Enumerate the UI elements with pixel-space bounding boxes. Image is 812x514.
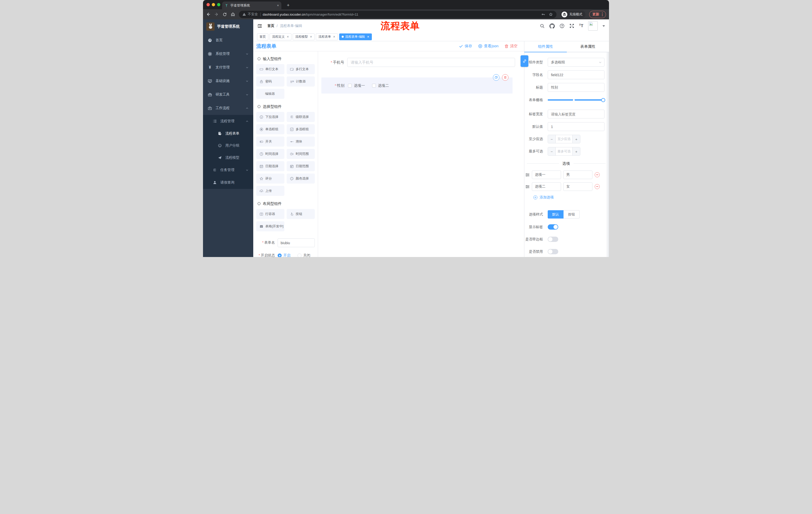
back-icon[interactable] xyxy=(206,12,210,17)
component-chip-date-picker[interactable]: 日期选择 xyxy=(256,161,284,171)
forward-icon[interactable] xyxy=(214,12,219,17)
gender-checkbox-option2[interactable]: 选项二 xyxy=(372,83,389,88)
option-name-input[interactable] xyxy=(532,170,561,179)
stepper-increase-button[interactable]: + xyxy=(572,135,580,143)
component-chip-radio-group[interactable]: 单选框组 xyxy=(256,124,284,134)
phone-field-input[interactable]: 请输入手机号 xyxy=(347,58,515,67)
component-chip-checkbox-group[interactable]: 多选框组 xyxy=(287,124,315,134)
status-radio-on[interactable]: 开启 xyxy=(278,253,290,257)
avatar-dropdown-caret[interactable] xyxy=(603,25,605,28)
form-name-input[interactable] xyxy=(278,238,315,247)
tag-home[interactable]: 首页 xyxy=(257,33,268,40)
component-chip-table[interactable]: 表格[开发中] xyxy=(256,221,284,231)
remove-option-button[interactable] xyxy=(595,172,600,177)
sidebar-item-process-mgmt[interactable]: 流程管理 xyxy=(203,115,253,128)
home-icon[interactable] xyxy=(231,12,235,17)
tab-close-icon[interactable]: × xyxy=(277,3,279,7)
status-radio-off[interactable]: 关闭 xyxy=(297,253,310,257)
component-type-select[interactable] xyxy=(548,58,605,66)
avatar[interactable] xyxy=(588,21,598,31)
option-value-input[interactable] xyxy=(563,170,592,179)
tag-process-definition[interactable]: 流程定义✕ xyxy=(269,33,291,40)
border-toggle[interactable] xyxy=(548,237,558,242)
sidebar-item-task-mgmt[interactable]: 任务管理 xyxy=(203,164,253,176)
component-chip-cascader[interactable]: 级联选择 xyxy=(287,112,315,122)
affix-link-tab[interactable] xyxy=(521,55,528,67)
sidebar-item-system[interactable]: 系统管理 xyxy=(203,47,253,61)
style-default-button[interactable]: 默认 xyxy=(548,210,563,218)
security-warning[interactable]: 不安全 xyxy=(242,12,258,17)
max-select-placeholder[interactable]: 最多可选 xyxy=(556,147,572,155)
component-chip-upload[interactable]: 上传 xyxy=(256,186,284,196)
remove-option-button[interactable] xyxy=(595,184,600,189)
sidebar-item-user-group[interactable]: 用户分组 xyxy=(203,140,253,152)
component-chip-password[interactable]: 密码 xyxy=(256,77,284,86)
default-value-input[interactable] xyxy=(548,122,605,131)
phone-field-row[interactable]: *手机号 请输入手机号 xyxy=(318,58,515,67)
save-button[interactable]: 保存 xyxy=(459,44,472,49)
disabled-toggle[interactable] xyxy=(548,249,558,254)
fullscreen-icon[interactable] xyxy=(569,23,574,28)
component-chip-color-picker[interactable]: 颜色选择 xyxy=(287,173,315,184)
component-chip-multi-text[interactable]: 多行文本 xyxy=(287,64,315,74)
duplicate-component-button[interactable] xyxy=(493,74,499,81)
label-width-input[interactable] xyxy=(548,110,605,118)
sidebar-item-workflow[interactable]: 工作流程 xyxy=(203,101,253,115)
clear-button[interactable]: 清空 xyxy=(504,44,518,49)
tag-process-model[interactable]: 流程模型✕ xyxy=(293,33,315,40)
sidebar-item-devtools[interactable]: 研发工具 xyxy=(203,88,253,101)
gender-checkbox-option1[interactable]: 选项一 xyxy=(348,83,365,88)
gender-field-row[interactable]: *性别 选项一 选项二 xyxy=(321,77,513,93)
component-chip-switch[interactable]: 开关 xyxy=(256,137,284,146)
selected-component-wrapper[interactable]: *性别 选项一 选项二 xyxy=(321,77,513,93)
component-chip-button[interactable]: 按钮 xyxy=(287,209,315,219)
option-value-input[interactable] xyxy=(563,182,592,191)
option-name-input[interactable] xyxy=(532,182,561,191)
form-grid-slider[interactable] xyxy=(548,96,605,104)
component-chip-time-range[interactable]: 时间范围 xyxy=(287,149,315,159)
github-icon[interactable] xyxy=(549,23,555,29)
sidebar-item-process-model[interactable]: 流程模型 xyxy=(203,152,253,164)
help-icon[interactable] xyxy=(559,23,564,28)
component-chip-rate[interactable]: 评分 xyxy=(256,173,284,184)
zoom-window-button[interactable] xyxy=(217,3,220,6)
title-input[interactable] xyxy=(548,83,605,92)
sidebar-collapse-icon[interactable] xyxy=(257,23,262,28)
bookmark-star-icon[interactable] xyxy=(549,12,553,17)
add-option-button[interactable]: 添加选项 xyxy=(533,195,609,200)
tag-process-form[interactable]: 流程表单✕ xyxy=(316,33,338,40)
tab-form-props[interactable]: 表单属性 xyxy=(567,41,609,52)
search-icon[interactable] xyxy=(540,24,545,28)
component-chip-time-picker[interactable]: 时间选择 xyxy=(256,149,284,159)
component-chip-counter[interactable]: 123 计数器 xyxy=(287,77,315,86)
component-type-value[interactable] xyxy=(548,58,605,66)
minimize-window-button[interactable] xyxy=(212,3,215,6)
component-chip-slider[interactable]: 滑块 xyxy=(287,137,315,146)
close-window-button[interactable] xyxy=(206,3,210,6)
tag-close-icon[interactable]: ✕ xyxy=(367,35,369,38)
style-button-button[interactable]: 按钮 xyxy=(563,210,580,218)
breadcrumb-home[interactable]: 首页 xyxy=(267,24,274,28)
new-tab-button[interactable]: + xyxy=(285,2,291,8)
browser-tab[interactable]: 芋道管理系统 × xyxy=(222,1,281,9)
view-json-button[interactable]: 查看json xyxy=(478,44,498,49)
component-chip-editor[interactable]: 编辑器 xyxy=(256,89,284,99)
reload-icon[interactable] xyxy=(223,12,227,17)
tag-process-form-edit[interactable]: 流程表单-编辑✕ xyxy=(339,33,372,40)
tab-component-props[interactable]: 组件属性 xyxy=(524,41,567,52)
stepper-decrease-button[interactable]: − xyxy=(548,147,556,155)
component-chip-single-text[interactable]: 单行文本 xyxy=(256,64,284,74)
tag-close-icon[interactable]: ✕ xyxy=(287,35,289,38)
font-size-icon[interactable]: TT xyxy=(579,23,583,28)
url-bar[interactable]: 不安全 dashboard.yudao.iocoder.cn/bpm/manag… xyxy=(239,11,556,18)
browser-update-button[interactable]: 更新 xyxy=(589,11,606,18)
tag-close-icon[interactable]: ✕ xyxy=(333,35,335,38)
min-select-placeholder[interactable]: 至少应选 xyxy=(556,135,572,143)
drag-handle-icon[interactable] xyxy=(525,185,530,189)
field-name-input[interactable] xyxy=(548,71,605,79)
component-chip-row-container[interactable]: 行容器 xyxy=(256,209,284,219)
key-icon[interactable] xyxy=(541,12,545,16)
component-chip-select[interactable]: 下拉选择 xyxy=(256,112,284,122)
delete-component-button[interactable] xyxy=(502,74,509,81)
stepper-increase-button[interactable]: + xyxy=(572,147,580,155)
